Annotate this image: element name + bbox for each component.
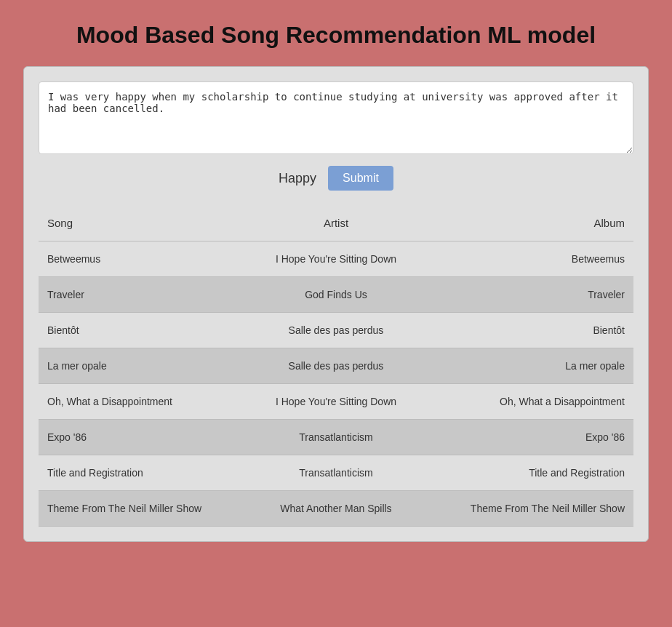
cell-artist: What Another Man Spills	[251, 491, 422, 527]
cell-song: La mer opale	[39, 348, 251, 384]
table-row: BientôtSalle des pas perdusBientôt	[39, 313, 633, 348]
mood-label: Happy	[279, 171, 316, 186]
col-header-song: Song	[39, 205, 251, 241]
cell-album: Traveler	[421, 277, 633, 313]
cell-album: Bientôt	[421, 313, 633, 348]
mood-text-input[interactable]	[39, 81, 633, 154]
controls-row: Happy Submit	[39, 166, 633, 191]
cell-artist: Salle des pas perdus	[251, 348, 422, 384]
cell-song: Traveler	[39, 277, 251, 313]
cell-album: La mer opale	[421, 348, 633, 384]
table-row: Expo '86TransatlanticismExpo '86	[39, 420, 633, 455]
cell-artist: I Hope You're Sitting Down	[251, 241, 422, 277]
cell-song: Theme From The Neil Miller Show	[39, 491, 251, 527]
cell-song: Betweemus	[39, 241, 251, 277]
cell-song: Oh, What a Disappointment	[39, 384, 251, 420]
cell-artist: I Hope You're Sitting Down	[251, 384, 422, 420]
table-header-row: Song Artist Album	[39, 205, 633, 241]
cell-artist: Transatlanticism	[251, 420, 422, 455]
table-row: BetweemusI Hope You're Sitting DownBetwe…	[39, 241, 633, 277]
main-card: Happy Submit Song Artist Album Betweemus…	[23, 66, 649, 542]
table-row: Oh, What a DisappointmentI Hope You're S…	[39, 384, 633, 420]
cell-album: Title and Registration	[421, 455, 633, 491]
submit-button[interactable]: Submit	[328, 166, 393, 191]
cell-album: Theme From The Neil Miller Show	[421, 491, 633, 527]
cell-album: Oh, What a Disappointment	[421, 384, 633, 420]
results-table: Song Artist Album BetweemusI Hope You're…	[39, 205, 633, 527]
cell-artist: Salle des pas perdus	[251, 313, 422, 348]
table-row: TravelerGod Finds UsTraveler	[39, 277, 633, 313]
table-row: Theme From The Neil Miller ShowWhat Anot…	[39, 491, 633, 527]
cell-song: Expo '86	[39, 420, 251, 455]
cell-song: Title and Registration	[39, 455, 251, 491]
cell-album: Betweemus	[421, 241, 633, 277]
cell-artist: God Finds Us	[251, 277, 422, 313]
col-header-artist: Artist	[251, 205, 422, 241]
col-header-album: Album	[421, 205, 633, 241]
table-row: La mer opaleSalle des pas perdusLa mer o…	[39, 348, 633, 384]
table-row: Title and RegistrationTransatlanticismTi…	[39, 455, 633, 491]
page-wrapper: Mood Based Song Recommendation ML model …	[23, 22, 649, 542]
page-title: Mood Based Song Recommendation ML model	[23, 22, 649, 49]
cell-artist: Transatlanticism	[251, 455, 422, 491]
cell-song: Bientôt	[39, 313, 251, 348]
cell-album: Expo '86	[421, 420, 633, 455]
